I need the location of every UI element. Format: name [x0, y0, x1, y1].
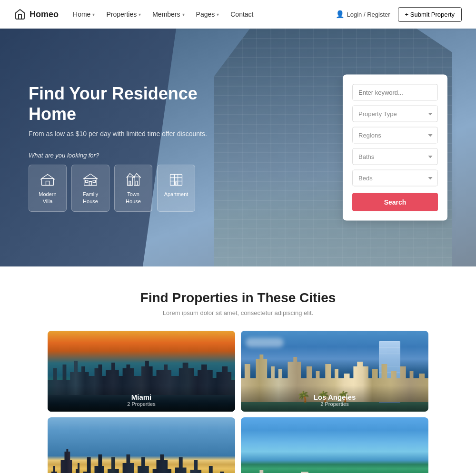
city-card-florida[interactable]: Florida 1 Property [241, 417, 428, 473]
chevron-down-icon: ▾ [217, 12, 219, 17]
property-type-select[interactable]: Property Type [352, 106, 438, 122]
city-card-miami[interactable]: Miami 2 Properties [48, 331, 235, 412]
hero-section: Find Your Residence Home From as low as … [0, 29, 476, 266]
cities-section: Find Properties in These Cities Lorem ip… [0, 266, 476, 473]
looking-label: What are you looking for? [29, 152, 238, 159]
nav-item-contact[interactable]: Contact [230, 10, 253, 18]
la-properties: 2 Properties [320, 401, 348, 407]
navbar: Homeo Home ▾ Properties ▾ Members ▾ Page… [0, 0, 476, 29]
nav-link-pages[interactable]: Pages ▾ [196, 10, 219, 18]
login-register-link[interactable]: 👤 Login / Register [336, 10, 390, 19]
la-name: Los Angeles [314, 393, 356, 401]
svg-rect-15 [175, 182, 177, 186]
regions-select[interactable]: Regions [352, 127, 438, 144]
nav-item-pages[interactable]: Pages ▾ [196, 10, 219, 18]
chevron-down-icon: ▾ [139, 12, 141, 17]
la-clouds [246, 338, 284, 347]
brand-name: Homeo [30, 10, 59, 20]
city-card-new-york[interactable]: New York 9 Properties [48, 417, 235, 473]
svg-rect-2 [84, 179, 97, 186]
search-button[interactable]: Search [352, 193, 438, 211]
miami-properties: 2 Properties [127, 401, 155, 407]
beds-select[interactable]: Beds [352, 170, 438, 187]
cities-grid-top: Miami 2 Properties 🌴 🌴 🌴 Los Angeles 2 P… [48, 331, 428, 412]
nav-item-properties[interactable]: Properties ▾ [106, 10, 141, 18]
user-icon: 👤 [336, 10, 345, 19]
svg-rect-1 [46, 181, 49, 186]
svg-rect-4 [85, 180, 88, 182]
nav-link-home[interactable]: Home ▾ [73, 10, 95, 18]
cities-description: Lorem ipsum dolor sit amet, consectetur … [48, 309, 428, 316]
florida-background [241, 417, 428, 473]
search-box: Property Type Regions Baths Beds Search [343, 75, 447, 221]
cities-grid-bottom: New York 9 Properties Florida 1 Property [48, 417, 428, 473]
nav-item-home[interactable]: Home ▾ [73, 10, 95, 18]
nav-item-members[interactable]: Members ▾ [152, 10, 184, 18]
svg-rect-0 [42, 179, 54, 186]
svg-rect-9 [136, 181, 138, 186]
hero-content: Find Your Residence Home From as low as … [0, 83, 238, 212]
navbar-right: 👤 Login / Register + Submit Property [336, 7, 462, 22]
la-overlay: Los Angeles 2 Properties [241, 385, 428, 412]
cities-title: Find Properties in These Cities [48, 290, 428, 305]
svg-rect-3 [89, 182, 91, 186]
property-type-modern-villa[interactable]: Modern Villa [29, 165, 67, 212]
nav-link-contact[interactable]: Contact [230, 10, 253, 18]
house-icon [83, 172, 98, 187]
city-card-los-angeles[interactable]: 🌴 🌴 🌴 Los Angeles 2 Properties [241, 331, 428, 412]
villa-icon [40, 172, 55, 187]
keyword-input[interactable] [352, 84, 438, 101]
baths-select[interactable]: Baths [352, 148, 438, 165]
chevron-down-icon: ▾ [92, 12, 95, 17]
property-type-family-house[interactable]: Family House [71, 165, 109, 212]
svg-rect-10 [170, 175, 182, 186]
nav-link-members[interactable]: Members ▾ [152, 10, 184, 18]
property-type-apartment[interactable]: Apartment [157, 165, 195, 212]
nav-link-properties[interactable]: Properties ▾ [106, 10, 141, 18]
svg-rect-5 [93, 180, 95, 182]
property-type-town-house[interactable]: Town House [114, 165, 152, 212]
nav-menu: Home ▾ Properties ▾ Members ▾ Pages ▾ Co [73, 10, 336, 18]
townhouse-icon [126, 172, 141, 187]
hero-title: Find Your Residence Home [29, 83, 238, 124]
property-types-grid: Modern Villa Family House [29, 165, 238, 212]
home-logo-icon [14, 9, 26, 20]
hero-subtitle: From as low as $10 per day with limited … [29, 130, 238, 138]
miami-name: Miami [131, 393, 152, 401]
miami-overlay: Miami 2 Properties [48, 385, 235, 412]
apartment-icon [169, 172, 184, 187]
brand-logo[interactable]: Homeo [14, 9, 59, 20]
submit-property-button[interactable]: + Submit Property [398, 7, 462, 22]
svg-rect-8 [129, 181, 131, 186]
chevron-down-icon: ▾ [182, 12, 185, 17]
